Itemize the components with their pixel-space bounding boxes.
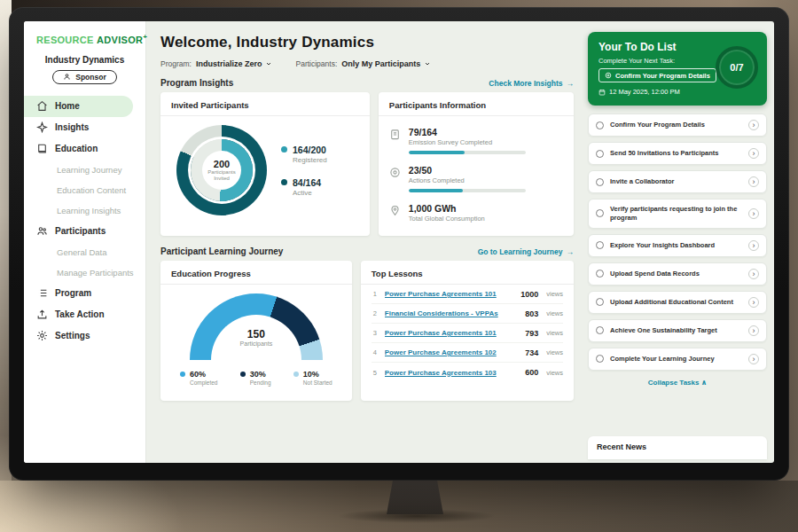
- chevron-right-icon: ›: [748, 240, 759, 251]
- sidebar-item-manage-participants[interactable]: Manage Participants: [24, 262, 145, 283]
- todo-task[interactable]: Invite a Collaborator ›: [588, 170, 767, 193]
- checkbox-circle-icon[interactable]: [596, 121, 604, 129]
- legend-dot: [180, 372, 185, 377]
- learning-journey-header: Participant Learning Journey Go to Learn…: [160, 246, 574, 256]
- stat-actions-completed: 23/50 Actions Completed: [389, 165, 563, 192]
- program-filter-dropdown[interactable]: Industrialize Zero: [196, 59, 273, 68]
- checkbox-circle-icon[interactable]: [596, 298, 604, 306]
- participants-filter-value: Only My Participants: [341, 59, 420, 68]
- sparkle-icon: [36, 121, 48, 133]
- lesson-link[interactable]: Power Purchase Agreements 103: [385, 369, 519, 377]
- sponsor-label: Sponsor: [75, 73, 106, 82]
- checkbox-circle-icon[interactable]: [596, 150, 604, 158]
- check-more-insights-link[interactable]: Check More Insights →: [489, 79, 574, 88]
- chevron-down-icon: [424, 60, 431, 67]
- people-icon: [36, 225, 48, 237]
- stat-global-consumption: 1,000 GWh Total Global Consumption: [389, 203, 563, 223]
- checkbox-circle-icon[interactable]: [596, 178, 604, 186]
- sidebar-item-label: Take Action: [55, 309, 105, 319]
- todo-task[interactable]: Complete Your Learning Journey ›: [588, 348, 767, 371]
- sidebar-item-learning-insights[interactable]: Learning Insights: [24, 200, 145, 221]
- checkbox-circle-icon[interactable]: [596, 209, 604, 217]
- sidebar-item-insights[interactable]: Insights: [24, 117, 145, 138]
- donut-center-label: 200 Participants Invited: [202, 151, 241, 190]
- lesson-link[interactable]: Power Purchase Agreements 101: [385, 290, 514, 298]
- page-title: Welcome, Industry Dynamics: [160, 34, 574, 51]
- sidebar-item-take-action[interactable]: Take Action: [24, 304, 145, 325]
- sidebar-item-program[interactable]: Program: [24, 283, 145, 304]
- clipboard-icon: [389, 128, 401, 139]
- legend-dot: [281, 146, 287, 153]
- invited-participants-card: Invited Participants 200 Participants In…: [160, 92, 370, 236]
- participants-filter-dropdown[interactable]: Only My Participants: [341, 59, 431, 68]
- collapse-tasks-link[interactable]: Collapse Tasks ∧: [588, 379, 767, 387]
- todo-task[interactable]: Send 50 Invitations to Participants ›: [588, 142, 767, 165]
- lesson-row: 5 Power Purchase Agreements 103 600 view…: [372, 363, 563, 382]
- next-task-chip[interactable]: Confirm Your Program Details: [598, 68, 716, 82]
- sidebar-item-education[interactable]: Education: [24, 138, 145, 160]
- target-icon: [389, 166, 401, 177]
- sponsor-badge[interactable]: Sponsor: [52, 70, 116, 84]
- monitor-stand: [387, 477, 443, 514]
- chevron-right-icon: ›: [748, 208, 759, 219]
- upload-icon: [36, 309, 48, 320]
- lesson-link[interactable]: Power Purchase Agreements 101: [385, 329, 519, 337]
- lesson-row: 3 Power Purchase Agreements 101 793 view…: [372, 324, 563, 343]
- chevron-right-icon: ›: [748, 120, 759, 130]
- legend-item-pending: 30% Pending: [240, 370, 271, 386]
- chevron-up-icon: ∧: [701, 379, 708, 387]
- section-title-program-insights: Program Insights: [160, 78, 233, 88]
- chevron-right-icon: ›: [748, 325, 759, 336]
- progress-bar: [409, 189, 526, 192]
- sidebar-item-settings[interactable]: Settings: [24, 325, 145, 347]
- checkbox-circle-icon[interactable]: [596, 326, 604, 334]
- sidebar-item-home[interactable]: Home: [24, 96, 133, 117]
- sidebar-item-label: Participants: [55, 226, 106, 236]
- todo-header-card: Your To Do List Complete Your Next Task:…: [588, 32, 767, 106]
- todo-task[interactable]: Upload Additional Educational Content ›: [588, 291, 767, 314]
- todo-task[interactable]: Achieve One Sustainability Target ›: [588, 319, 767, 342]
- legend-dot: [293, 372, 299, 377]
- app-logo: RESOURCE ADVISOR+: [24, 21, 145, 45]
- chevron-right-icon: ›: [748, 297, 759, 308]
- home-icon: [36, 100, 48, 112]
- checkbox-circle-icon[interactable]: [596, 355, 604, 363]
- sidebar-item-general-data[interactable]: General Data: [24, 242, 145, 262]
- lesson-row: 2 Financial Considerations - VPPAs 803 v…: [372, 304, 563, 324]
- top-lessons-card: Top Lessons 1 Power Purchase Agreements …: [361, 261, 574, 401]
- program-filter-label: Program:: [160, 59, 192, 68]
- todo-task[interactable]: Explore Your Insights Dashboard ›: [588, 234, 767, 257]
- participants-information-card: Participants Information 79/164 Emission…: [379, 92, 574, 236]
- stat-emission-survey: 79/164 Emission Survey Completed: [389, 127, 563, 154]
- chevron-down-icon: [265, 60, 272, 67]
- donut-legend: 164/200 Registered 84/164 Active: [281, 145, 327, 197]
- todo-panel: Your To Do List Complete Your Next Task:…: [588, 32, 767, 459]
- todo-task[interactable]: Confirm Your Program Details ›: [588, 113, 767, 137]
- program-filter-value: Industrialize Zero: [196, 59, 262, 68]
- section-title-learning-journey: Participant Learning Journey: [160, 246, 283, 256]
- main-content: Welcome, Industry Dynamics Program: Indu…: [146, 21, 584, 463]
- invited-donut-chart: 200 Participants Invited: [176, 125, 267, 215]
- sidebar-item-label: General Data: [57, 247, 107, 257]
- person-icon: [63, 73, 71, 81]
- arrow-right-icon: →: [567, 79, 575, 88]
- insights-cards-row: Invited Participants 200 Participants In…: [160, 92, 574, 236]
- target-icon: [605, 72, 612, 79]
- lesson-link[interactable]: Financial Considerations - VPPAs: [385, 309, 519, 317]
- lesson-link[interactable]: Power Purchase Agreements 102: [385, 348, 519, 356]
- card-title: Education Progress: [171, 269, 341, 278]
- todo-task[interactable]: Upload Spend Data Records ›: [588, 262, 767, 286]
- sidebar-item-learning-journey[interactable]: Learning Journey: [24, 160, 145, 180]
- divider: [160, 115, 370, 116]
- sidebar-item-participants[interactable]: Participants: [24, 221, 145, 242]
- todo-progress-ring: 0/7: [716, 46, 758, 89]
- sidebar-item-education-content[interactable]: Education Content: [24, 180, 145, 200]
- checkbox-circle-icon[interactable]: [596, 270, 604, 278]
- sidebar-item-label: Program: [55, 288, 91, 298]
- sidebar-item-label: Education Content: [57, 185, 126, 195]
- todo-task[interactable]: Verify participants requesting to join t…: [588, 199, 767, 229]
- checkbox-circle-icon[interactable]: [596, 241, 604, 249]
- go-to-learning-journey-link[interactable]: Go to Learning Journey →: [478, 247, 574, 256]
- desk-background: RESOURCE ADVISOR+ Industry Dynamics Spon…: [0, 0, 798, 532]
- filters-row: Program: Industrialize Zero Participants…: [160, 59, 574, 68]
